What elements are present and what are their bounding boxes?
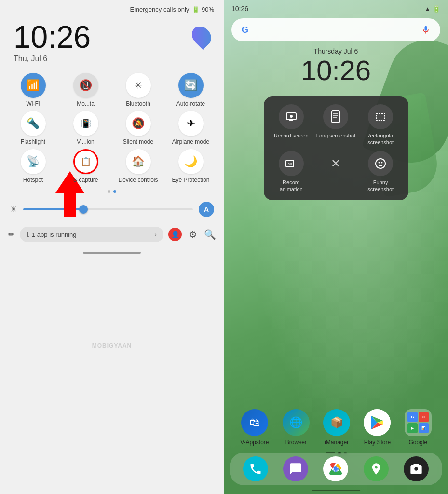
tile-device-controls[interactable]: 🏠 Device controls [115, 149, 162, 183]
dock-camera[interactable] [404, 456, 429, 481]
airplane-icon[interactable]: ✈ [178, 111, 204, 136]
running-app-pill[interactable]: ℹ 1 app is running › [20, 227, 163, 242]
svg-rect-1 [64, 198, 76, 217]
close-icon[interactable]: ✕ [323, 151, 348, 176]
imanager-icon[interactable]: 📦 [323, 409, 350, 436]
avatar-circle[interactable]: A [199, 202, 214, 217]
svg-point-12 [376, 159, 385, 168]
mobile-data-icon[interactable]: 📵 [73, 73, 98, 98]
silent-mode-icon[interactable]: 🔕 [126, 111, 151, 136]
auto-rotate-icon[interactable]: 🔄 [178, 73, 204, 98]
google-g-icon: G [239, 24, 251, 36]
time-left: 10:26 Thu, Jul 6 [14, 22, 91, 63]
brightness-slider[interactable] [23, 208, 193, 210]
app-play-store[interactable]: Play Store [364, 409, 391, 446]
folder-mini-yt: ▶ [407, 423, 418, 433]
browser-icon[interactable]: 🌐 [283, 409, 310, 436]
signal-icon: ▲ [424, 5, 431, 13]
dot-2 [113, 190, 116, 193]
menu-rectangular-screenshot[interactable]: Rectangular screenshot [361, 104, 401, 146]
bottom-bar: ✏ ℹ 1 app is running › 👤 ⚙ 🔍 [0, 223, 224, 246]
tile-airplane[interactable]: ✈ Airplane mode [167, 111, 214, 145]
device-controls-label: Device controls [118, 177, 158, 183]
record-screen-label: Record screen [274, 132, 309, 139]
menu-funny-screenshot[interactable]: Funny screenshot [361, 151, 401, 193]
svg-point-3 [290, 115, 293, 118]
settings-icon[interactable]: ⚙ [189, 229, 197, 240]
tile-silent-mode[interactable]: 🔕 Silent mode [115, 111, 162, 145]
svg-point-13 [379, 162, 380, 163]
tile-eye-protection[interactable]: 🌙 Eye Protection [167, 149, 214, 183]
tile-bluetooth[interactable]: ✳ Bluetooth [115, 73, 162, 107]
watermark: MOBIGYAAN [92, 343, 132, 349]
airplane-label: Airplane mode [172, 138, 209, 145]
rectangular-screenshot-icon[interactable] [368, 104, 393, 129]
search-icon[interactable]: 🔍 [204, 229, 216, 240]
app-imanager[interactable]: 📦 iManager [323, 409, 350, 446]
battery-indicator: 🔋 90% [192, 6, 214, 13]
menu-close[interactable]: ✕ [316, 151, 356, 193]
info-icon: ℹ [27, 231, 29, 238]
dock-maps[interactable] [364, 456, 389, 481]
v-appstore-icon[interactable]: 🛍 [241, 409, 268, 436]
svg-point-14 [381, 162, 383, 163]
tile-wifi[interactable]: 📶 Wi-Fi [10, 73, 56, 107]
notification-shade: Emergency calls only 🔋 90% 10:26 Thu, Ju… [0, 0, 224, 494]
date-display: Thu, Jul 6 [14, 55, 91, 63]
clock-right: 10:26 [224, 55, 448, 86]
home-indicator-left [83, 252, 141, 254]
app-google-folder[interactable]: G ✉ ▶ 📊 Google [405, 409, 432, 446]
quick-tiles-row1: 📶 Wi-Fi 📵 Mo...ta ✳ Bluetooth 🔄 Auto-rot… [0, 65, 224, 111]
menu-record-screen[interactable]: Record screen [272, 104, 312, 146]
dock [230, 453, 442, 485]
quick-tiles-row3: 📡 Hotspot 📋 S-capture 🏠 Device controls … [0, 149, 224, 187]
app-browser[interactable]: 🌐 Browser [283, 409, 310, 446]
status-bar-left: Emergency calls only 🔋 90% [0, 0, 224, 17]
eye-protection-label: Eye Protection [172, 177, 209, 183]
dock-chrome[interactable] [323, 456, 348, 481]
emergency-text: Emergency calls only [130, 6, 190, 13]
menu-long-screenshot[interactable]: Long screenshot [316, 104, 356, 146]
vibration-label: Vi...ion [77, 138, 94, 145]
microphone-icon[interactable] [419, 23, 433, 37]
tile-vibration[interactable]: 📳 Vi...ion [62, 111, 109, 145]
vibration-icon[interactable]: 📳 [73, 111, 98, 136]
tile-auto-rotate[interactable]: 🔄 Auto-rotate [167, 73, 214, 107]
bottom-icons: 👤 ⚙ 🔍 [168, 228, 216, 241]
long-screenshot-icon[interactable] [323, 104, 348, 129]
tile-flashlight[interactable]: 🔦 Flashlight [10, 111, 56, 145]
s-capture-label: S-capture [73, 177, 98, 183]
flashlight-label: Flashlight [21, 138, 45, 145]
imanager-label: iManager [325, 439, 349, 446]
eye-protection-icon[interactable]: 🌙 [178, 149, 204, 174]
flashlight-icon[interactable]: 🔦 [21, 111, 46, 136]
home-indicator-right [312, 490, 360, 491]
tile-s-capture[interactable]: 📋 S-capture [62, 149, 109, 183]
fluent-brand-icon [188, 23, 216, 50]
wifi-icon[interactable]: 📶 [21, 73, 46, 98]
menu-record-animation[interactable]: GIF Record animation [272, 151, 312, 193]
dot-1 [108, 190, 110, 193]
bluetooth-icon[interactable]: ✳ [126, 73, 151, 98]
search-bar[interactable]: G [231, 18, 440, 41]
auto-rotate-label: Auto-rotate [176, 100, 205, 107]
app-v-appstore[interactable]: 🛍 V-Appstore [240, 409, 269, 446]
dock-phone[interactable] [243, 456, 268, 481]
hotspot-icon[interactable]: 📡 [21, 149, 46, 174]
record-screen-icon[interactable] [279, 104, 304, 129]
device-controls-icon[interactable]: 🏠 [126, 149, 151, 174]
tile-mobile-data[interactable]: 📵 Mo...ta [62, 73, 109, 107]
chevron-icon: › [154, 231, 157, 238]
silent-mode-label: Silent mode [123, 138, 153, 145]
funny-screenshot-icon[interactable] [368, 151, 393, 176]
play-store-icon[interactable] [364, 409, 391, 436]
edit-icon[interactable]: ✏ [8, 229, 15, 240]
dock-messages[interactable] [283, 456, 308, 481]
time-display: 10:26 [14, 22, 91, 53]
tile-hotspot[interactable]: 📡 Hotspot [10, 149, 56, 183]
s-capture-icon[interactable]: 📋 [73, 149, 98, 174]
google-folder-icon[interactable]: G ✉ ▶ 📊 [405, 409, 432, 436]
user-icon[interactable]: 👤 [168, 228, 182, 241]
record-animation-icon[interactable]: GIF [279, 151, 304, 176]
svg-rect-4 [289, 120, 293, 121]
